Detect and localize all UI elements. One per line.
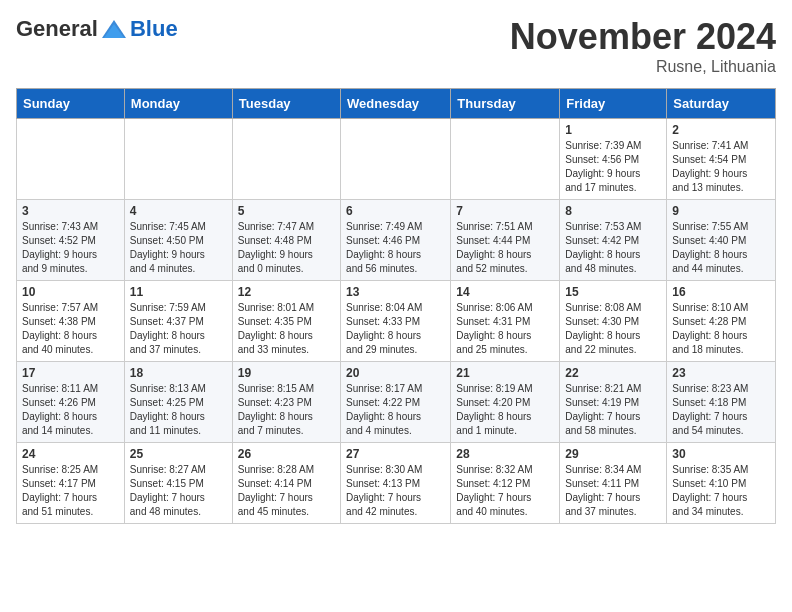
calendar-cell: 9Sunrise: 7:55 AM Sunset: 4:40 PM Daylig… — [667, 200, 776, 281]
calendar-cell: 19Sunrise: 8:15 AM Sunset: 4:23 PM Dayli… — [232, 362, 340, 443]
calendar-cell: 25Sunrise: 8:27 AM Sunset: 4:15 PM Dayli… — [124, 443, 232, 524]
column-header-monday: Monday — [124, 89, 232, 119]
calendar-week-row: 1Sunrise: 7:39 AM Sunset: 4:56 PM Daylig… — [17, 119, 776, 200]
day-info: Sunrise: 8:15 AM Sunset: 4:23 PM Dayligh… — [238, 382, 335, 438]
day-info: Sunrise: 8:04 AM Sunset: 4:33 PM Dayligh… — [346, 301, 445, 357]
calendar-cell: 24Sunrise: 8:25 AM Sunset: 4:17 PM Dayli… — [17, 443, 125, 524]
calendar-cell: 26Sunrise: 8:28 AM Sunset: 4:14 PM Dayli… — [232, 443, 340, 524]
calendar-cell: 5Sunrise: 7:47 AM Sunset: 4:48 PM Daylig… — [232, 200, 340, 281]
day-info: Sunrise: 7:59 AM Sunset: 4:37 PM Dayligh… — [130, 301, 227, 357]
day-number: 13 — [346, 285, 445, 299]
day-number: 30 — [672, 447, 770, 461]
day-info: Sunrise: 7:41 AM Sunset: 4:54 PM Dayligh… — [672, 139, 770, 195]
day-number: 6 — [346, 204, 445, 218]
calendar-cell: 18Sunrise: 8:13 AM Sunset: 4:25 PM Dayli… — [124, 362, 232, 443]
logo-icon — [100, 18, 128, 40]
calendar-cell — [232, 119, 340, 200]
day-info: Sunrise: 7:53 AM Sunset: 4:42 PM Dayligh… — [565, 220, 661, 276]
day-info: Sunrise: 7:47 AM Sunset: 4:48 PM Dayligh… — [238, 220, 335, 276]
logo: General Blue — [16, 16, 178, 42]
month-title: November 2024 — [510, 16, 776, 58]
day-number: 7 — [456, 204, 554, 218]
day-info: Sunrise: 8:19 AM Sunset: 4:20 PM Dayligh… — [456, 382, 554, 438]
day-number: 23 — [672, 366, 770, 380]
day-number: 28 — [456, 447, 554, 461]
day-number: 22 — [565, 366, 661, 380]
day-info: Sunrise: 8:30 AM Sunset: 4:13 PM Dayligh… — [346, 463, 445, 519]
calendar-cell: 29Sunrise: 8:34 AM Sunset: 4:11 PM Dayli… — [560, 443, 667, 524]
day-number: 2 — [672, 123, 770, 137]
title-block: November 2024 Rusne, Lithuania — [510, 16, 776, 76]
day-number: 27 — [346, 447, 445, 461]
day-number: 10 — [22, 285, 119, 299]
day-info: Sunrise: 7:57 AM Sunset: 4:38 PM Dayligh… — [22, 301, 119, 357]
day-info: Sunrise: 8:06 AM Sunset: 4:31 PM Dayligh… — [456, 301, 554, 357]
day-number: 8 — [565, 204, 661, 218]
column-header-thursday: Thursday — [451, 89, 560, 119]
calendar-week-row: 17Sunrise: 8:11 AM Sunset: 4:26 PM Dayli… — [17, 362, 776, 443]
calendar-cell: 11Sunrise: 7:59 AM Sunset: 4:37 PM Dayli… — [124, 281, 232, 362]
calendar-cell: 2Sunrise: 7:41 AM Sunset: 4:54 PM Daylig… — [667, 119, 776, 200]
calendar-cell: 10Sunrise: 7:57 AM Sunset: 4:38 PM Dayli… — [17, 281, 125, 362]
calendar-cell: 8Sunrise: 7:53 AM Sunset: 4:42 PM Daylig… — [560, 200, 667, 281]
calendar-cell: 20Sunrise: 8:17 AM Sunset: 4:22 PM Dayli… — [341, 362, 451, 443]
day-number: 3 — [22, 204, 119, 218]
day-number: 18 — [130, 366, 227, 380]
calendar-cell: 21Sunrise: 8:19 AM Sunset: 4:20 PM Dayli… — [451, 362, 560, 443]
logo-general-text: General — [16, 16, 98, 42]
day-info: Sunrise: 8:11 AM Sunset: 4:26 PM Dayligh… — [22, 382, 119, 438]
column-header-friday: Friday — [560, 89, 667, 119]
logo-blue-text: Blue — [130, 16, 178, 42]
day-number: 16 — [672, 285, 770, 299]
day-info: Sunrise: 8:27 AM Sunset: 4:15 PM Dayligh… — [130, 463, 227, 519]
day-number: 19 — [238, 366, 335, 380]
day-info: Sunrise: 8:34 AM Sunset: 4:11 PM Dayligh… — [565, 463, 661, 519]
calendar-cell: 15Sunrise: 8:08 AM Sunset: 4:30 PM Dayli… — [560, 281, 667, 362]
day-info: Sunrise: 8:35 AM Sunset: 4:10 PM Dayligh… — [672, 463, 770, 519]
calendar-cell: 30Sunrise: 8:35 AM Sunset: 4:10 PM Dayli… — [667, 443, 776, 524]
column-header-wednesday: Wednesday — [341, 89, 451, 119]
calendar-cell: 6Sunrise: 7:49 AM Sunset: 4:46 PM Daylig… — [341, 200, 451, 281]
calendar-table: SundayMondayTuesdayWednesdayThursdayFrid… — [16, 88, 776, 524]
calendar-cell: 28Sunrise: 8:32 AM Sunset: 4:12 PM Dayli… — [451, 443, 560, 524]
calendar-week-row: 24Sunrise: 8:25 AM Sunset: 4:17 PM Dayli… — [17, 443, 776, 524]
day-info: Sunrise: 7:43 AM Sunset: 4:52 PM Dayligh… — [22, 220, 119, 276]
day-info: Sunrise: 7:39 AM Sunset: 4:56 PM Dayligh… — [565, 139, 661, 195]
day-number: 15 — [565, 285, 661, 299]
day-info: Sunrise: 8:21 AM Sunset: 4:19 PM Dayligh… — [565, 382, 661, 438]
calendar-week-row: 10Sunrise: 7:57 AM Sunset: 4:38 PM Dayli… — [17, 281, 776, 362]
day-info: Sunrise: 8:32 AM Sunset: 4:12 PM Dayligh… — [456, 463, 554, 519]
day-number: 21 — [456, 366, 554, 380]
day-number: 14 — [456, 285, 554, 299]
calendar-header-row: SundayMondayTuesdayWednesdayThursdayFrid… — [17, 89, 776, 119]
calendar-cell: 4Sunrise: 7:45 AM Sunset: 4:50 PM Daylig… — [124, 200, 232, 281]
day-info: Sunrise: 7:49 AM Sunset: 4:46 PM Dayligh… — [346, 220, 445, 276]
calendar-cell — [341, 119, 451, 200]
day-info: Sunrise: 8:10 AM Sunset: 4:28 PM Dayligh… — [672, 301, 770, 357]
day-number: 25 — [130, 447, 227, 461]
calendar-cell: 23Sunrise: 8:23 AM Sunset: 4:18 PM Dayli… — [667, 362, 776, 443]
day-info: Sunrise: 7:51 AM Sunset: 4:44 PM Dayligh… — [456, 220, 554, 276]
day-number: 9 — [672, 204, 770, 218]
day-number: 17 — [22, 366, 119, 380]
calendar-cell: 3Sunrise: 7:43 AM Sunset: 4:52 PM Daylig… — [17, 200, 125, 281]
day-number: 12 — [238, 285, 335, 299]
day-number: 1 — [565, 123, 661, 137]
day-info: Sunrise: 8:01 AM Sunset: 4:35 PM Dayligh… — [238, 301, 335, 357]
calendar-cell: 12Sunrise: 8:01 AM Sunset: 4:35 PM Dayli… — [232, 281, 340, 362]
day-number: 24 — [22, 447, 119, 461]
calendar-body: 1Sunrise: 7:39 AM Sunset: 4:56 PM Daylig… — [17, 119, 776, 524]
day-info: Sunrise: 8:23 AM Sunset: 4:18 PM Dayligh… — [672, 382, 770, 438]
column-header-saturday: Saturday — [667, 89, 776, 119]
column-header-tuesday: Tuesday — [232, 89, 340, 119]
day-info: Sunrise: 7:55 AM Sunset: 4:40 PM Dayligh… — [672, 220, 770, 276]
location: Rusne, Lithuania — [510, 58, 776, 76]
day-info: Sunrise: 8:25 AM Sunset: 4:17 PM Dayligh… — [22, 463, 119, 519]
calendar-cell: 17Sunrise: 8:11 AM Sunset: 4:26 PM Dayli… — [17, 362, 125, 443]
day-number: 11 — [130, 285, 227, 299]
calendar-cell: 14Sunrise: 8:06 AM Sunset: 4:31 PM Dayli… — [451, 281, 560, 362]
day-number: 29 — [565, 447, 661, 461]
calendar-cell: 22Sunrise: 8:21 AM Sunset: 4:19 PM Dayli… — [560, 362, 667, 443]
calendar-cell: 7Sunrise: 7:51 AM Sunset: 4:44 PM Daylig… — [451, 200, 560, 281]
calendar-cell — [451, 119, 560, 200]
